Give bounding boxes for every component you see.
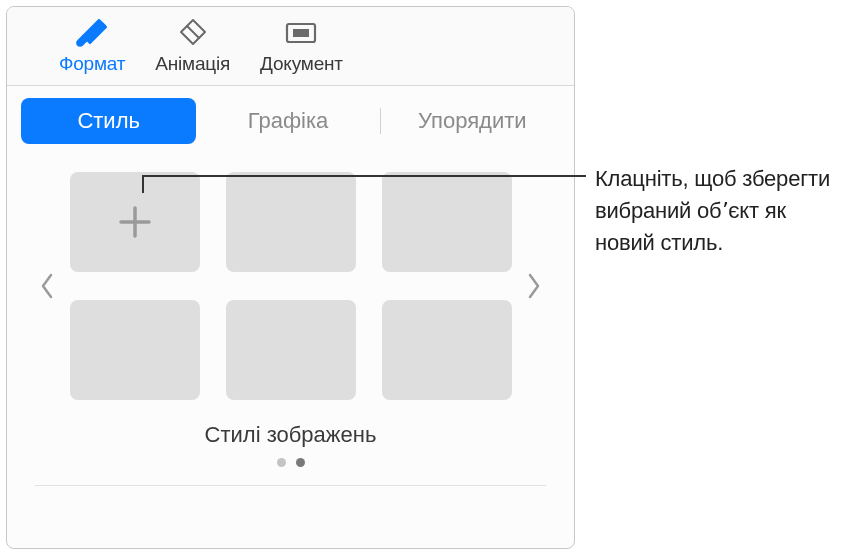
callout-leader-line: [142, 175, 586, 177]
style-tile[interactable]: [226, 172, 356, 272]
tab-separator: [380, 108, 381, 134]
tab-style[interactable]: Стиль: [21, 98, 196, 144]
page-dot-active[interactable]: [296, 458, 305, 467]
style-tile[interactable]: [226, 300, 356, 400]
styles-prev-button[interactable]: [35, 266, 60, 306]
styles-grid-wrap: [35, 172, 546, 400]
format-label: Формат: [59, 53, 125, 75]
animation-toolbar-button[interactable]: Анімація: [149, 15, 236, 75]
plus-icon: [111, 198, 159, 246]
tab-graphic[interactable]: Графіка: [200, 98, 375, 144]
chevron-right-icon: [525, 271, 543, 301]
styles-grid: [66, 172, 516, 400]
styles-next-button[interactable]: [522, 266, 547, 306]
page-indicator: [35, 458, 546, 467]
svg-rect-1: [293, 29, 309, 37]
chevron-left-icon: [38, 271, 56, 301]
callout-text: Клацніть, щоб зберегти вибраний обʼєкт я…: [595, 163, 845, 259]
inspector-panel: Формат Анімація Документ Стиль Графіка: [6, 6, 575, 549]
document-toolbar-button[interactable]: Документ: [254, 15, 349, 75]
styles-caption: Стилі зображень: [35, 422, 546, 448]
style-tile[interactable]: [70, 300, 200, 400]
section-divider: [35, 485, 546, 486]
add-style-tile[interactable]: [70, 172, 200, 272]
styles-section: Стилі зображень: [7, 144, 574, 467]
toolbar: Формат Анімація Документ: [7, 7, 574, 86]
document-label: Документ: [260, 53, 343, 75]
document-icon: [279, 15, 323, 49]
inspector-tabs: Стиль Графіка Упорядити: [7, 86, 574, 144]
style-tile[interactable]: [382, 300, 512, 400]
style-tile[interactable]: [382, 172, 512, 272]
page-dot[interactable]: [277, 458, 286, 467]
paintbrush-icon: [70, 15, 114, 49]
animation-icon: [171, 15, 215, 49]
format-toolbar-button[interactable]: Формат: [53, 15, 131, 75]
animation-label: Анімація: [155, 53, 230, 75]
tab-arrange[interactable]: Упорядити: [385, 98, 560, 144]
